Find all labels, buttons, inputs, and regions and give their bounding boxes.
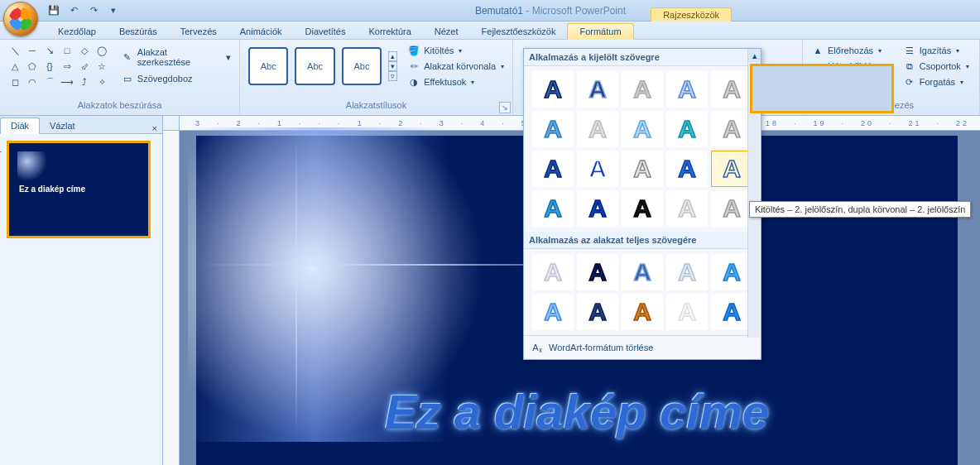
wordart-style[interactable]: A: [666, 111, 708, 147]
shape-style-1[interactable]: Abc: [248, 47, 288, 85]
wordart-style[interactable]: A: [532, 71, 574, 108]
clear-wordart-button[interactable]: Aᵪ WordArt-formátum törlése: [524, 335, 761, 359]
shape-fill-label: Kitöltés: [424, 46, 454, 55]
wordart-style[interactable]: A: [666, 71, 708, 108]
tab-animations[interactable]: Animációk: [228, 24, 294, 39]
panel-close-button[interactable]: ×: [147, 123, 162, 133]
wordart-style[interactable]: A: [666, 190, 708, 227]
wordart-style[interactable]: A: [711, 254, 752, 290]
wordart-style[interactable]: A: [622, 111, 663, 147]
wordart-style[interactable]: A: [666, 294, 708, 330]
align-label: Igazítás: [920, 46, 952, 55]
tab-view[interactable]: Nézet: [423, 24, 470, 39]
wordart-style[interactable]: A: [532, 294, 574, 330]
panel-tab-slides[interactable]: Diák: [0, 117, 40, 134]
qat-save[interactable]: 💾: [46, 3, 61, 18]
wordart-scrollbar[interactable]: ▴: [747, 49, 761, 338]
contextual-tab-drawing-tools[interactable]: Rajzeszközök: [651, 7, 732, 22]
qat-undo[interactable]: ↶: [66, 3, 81, 18]
rotate-icon: ⟳: [903, 75, 916, 89]
wordart-style[interactable]: A: [622, 190, 663, 227]
wordart-header-selected-text: Alkalmazás a kijelölt szövegre: [524, 49, 761, 66]
tab-developer[interactable]: Fejlesztőeszközök: [470, 24, 568, 39]
shape-style-3[interactable]: Abc: [342, 47, 382, 85]
bring-forward-label: Előrehozás: [828, 46, 873, 55]
wordart-style[interactable]: A: [532, 151, 574, 187]
shape-outline-label: Alakzat körvonala: [424, 61, 496, 71]
wordart-style[interactable]: A: [666, 151, 708, 187]
wordart-style[interactable]: A: [711, 151, 752, 187]
edit-shape-button[interactable]: ✎ Alakzat szerkesztése ▾: [119, 46, 233, 69]
effects-icon: ◑: [407, 75, 420, 89]
wordart-style[interactable]: A: [711, 111, 752, 147]
wordart-style[interactable]: A: [622, 294, 663, 330]
tab-design[interactable]: Tervezés: [169, 24, 228, 39]
text-box-label: Szövegdoboz: [137, 74, 193, 84]
wordart-style[interactable]: A: [577, 190, 618, 227]
wordart-style[interactable]: A: [577, 294, 618, 330]
align-icon: ☰: [903, 44, 916, 57]
rotate-button[interactable]: ⟳ Forgatás▾: [901, 74, 971, 89]
wordart-style[interactable]: A: [666, 254, 708, 290]
window-title: Bemutató1 - Microsoft PowerPoint: [121, 5, 980, 17]
wordart-style[interactable]: A: [577, 111, 618, 147]
edit-shape-label: Alakzat szerkesztése: [137, 47, 223, 67]
panel-tab-outline[interactable]: Vázlat: [40, 118, 85, 133]
wordart-style[interactable]: A: [622, 254, 663, 290]
wordart-tooltip: Kitöltés – 2. jelölőszín, dupla körvonal…: [749, 201, 971, 218]
slide-title-text[interactable]: Ez a diakép címe: [229, 384, 925, 439]
gallery-scroll-down[interactable]: ▾: [388, 61, 397, 71]
document-name: Bemutató1: [475, 5, 523, 17]
clear-wordart-icon: Aᵪ: [531, 341, 544, 354]
wordart-style[interactable]: A: [577, 254, 618, 290]
vertical-ruler[interactable]: [163, 131, 180, 465]
tab-slideshow[interactable]: Diavetítés: [294, 24, 358, 39]
gallery-more[interactable]: ▿: [388, 71, 397, 81]
group-title-shape-styles: Alakzatstílusok: [247, 100, 506, 113]
shape-styles-dialog-launcher[interactable]: ↘: [499, 102, 511, 113]
wordart-style[interactable]: A: [711, 71, 752, 108]
bring-forward-button[interactable]: ▲ Előrehozás▾: [809, 43, 886, 58]
text-box-icon: ▭: [121, 72, 134, 85]
qat-customize[interactable]: ▾: [106, 3, 121, 18]
tab-insert[interactable]: Beszúrás: [108, 24, 169, 39]
slide-thumbnail-number: 1: [0, 144, 2, 154]
rotate-label: Forgatás: [920, 77, 955, 87]
wordart-style[interactable]: A: [577, 71, 618, 108]
shape-outline-button[interactable]: ✏ Alakzat körvonala▾: [406, 59, 506, 74]
insert-shapes-gallery[interactable]: ＼─↘□◇◯ △⬠{}⇨⬃☆ ◻◠⌒⟶⤴✧: [7, 43, 113, 89]
shape-style-2[interactable]: Abc: [295, 47, 334, 85]
app-name: Microsoft PowerPoint: [532, 5, 626, 17]
shape-effects-label: Effektusok: [424, 77, 466, 87]
wordart-style[interactable]: A: [622, 71, 663, 108]
wordart-style[interactable]: A: [532, 111, 574, 147]
wordart-gallery-popup: Alkalmazás a kijelölt szövegre AAAAAAAAA…: [523, 48, 761, 360]
tab-home[interactable]: Kezdőlap: [46, 24, 108, 39]
ribbon-tabs: Kezdőlap Beszúrás Tervezés Animációk Dia…: [0, 22, 980, 40]
bring-forward-icon: ▲: [811, 44, 824, 57]
pen-icon: ✏: [407, 60, 420, 73]
wordart-style[interactable]: A: [532, 190, 574, 227]
group-button[interactable]: ⧉ Csoportok▾: [901, 59, 971, 74]
scroll-up-arrow[interactable]: ▴: [748, 49, 761, 62]
wordart-style[interactable]: A: [622, 151, 663, 187]
wordart-header-all-text: Alkalmazás az alakzat teljes szövegére: [524, 232, 761, 249]
ruler-corner: [163, 116, 180, 131]
shape-effects-button[interactable]: ◑ Effektusok▾: [406, 74, 506, 89]
text-box-button[interactable]: ▭ Szövegdoboz: [119, 70, 233, 87]
qat-redo[interactable]: ↷: [86, 3, 101, 18]
gallery-scroll-up[interactable]: ▴: [388, 51, 397, 61]
wordart-style[interactable]: A: [577, 151, 618, 187]
wordart-style[interactable]: A: [711, 190, 752, 227]
group-label: Csoportok: [920, 61, 961, 71]
tab-format[interactable]: Formátum: [567, 23, 633, 40]
paint-bucket-icon: 🪣: [407, 44, 420, 57]
tab-review[interactable]: Korrektúra: [357, 24, 422, 39]
wordart-style[interactable]: A: [532, 254, 574, 290]
scroll-thumb[interactable]: [750, 64, 894, 113]
office-button[interactable]: [3, 2, 38, 36]
align-button[interactable]: ☰ Igazítás▾: [901, 43, 971, 58]
slide-thumbnail-1[interactable]: Ez a diakép címe: [7, 141, 151, 238]
shape-fill-button[interactable]: 🪣 Kitöltés▾: [406, 43, 506, 58]
wordart-style[interactable]: A: [711, 294, 752, 330]
